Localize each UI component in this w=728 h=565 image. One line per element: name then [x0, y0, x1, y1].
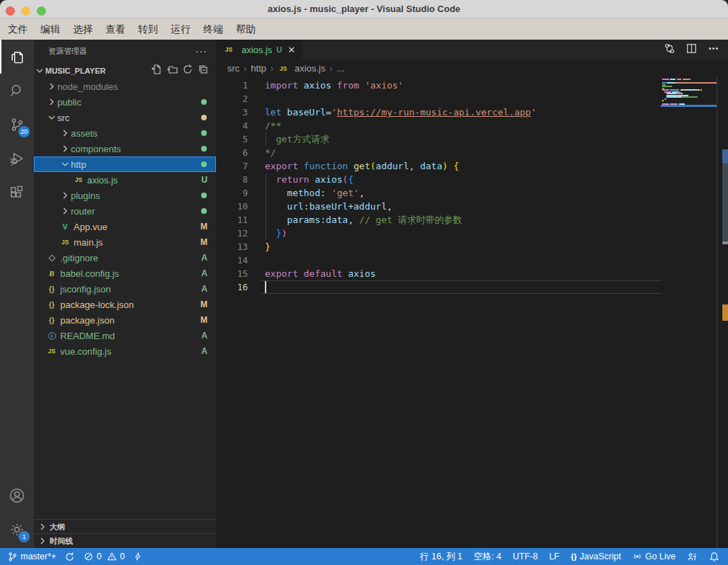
- minimap[interactable]: [662, 79, 717, 107]
- code-line-14[interactable]: 14: [216, 253, 662, 267]
- tree-item-label: components: [71, 144, 121, 154]
- tree-item-router[interactable]: router: [34, 203, 216, 219]
- tree-item-plugins[interactable]: plugins: [34, 188, 216, 203]
- explorer-icon[interactable]: [0, 40, 34, 74]
- line-number: 4: [216, 119, 248, 132]
- code-line-4[interactable]: 4/**: [216, 119, 662, 132]
- tab-close-icon[interactable]: ✕: [288, 45, 295, 55]
- tree-item-.gitignore[interactable]: .gitignoreA: [34, 250, 216, 266]
- code-line-6[interactable]: 6*/: [216, 146, 662, 159]
- vscode-window: axios.js - music_player - Visual Studio …: [0, 0, 728, 565]
- lightning-icon[interactable]: [133, 552, 142, 561]
- code-editor[interactable]: 1import axios from 'axios'23let baseUrl=…: [216, 77, 662, 548]
- breadcrumb-item-3[interactable]: ...: [336, 63, 344, 74]
- run-debug-icon[interactable]: [0, 142, 34, 176]
- tree-item-label: jsconfig.json: [60, 284, 111, 295]
- breadcrumb-item-0[interactable]: src: [227, 63, 239, 74]
- breadcrumb-item-2[interactable]: axios.js: [295, 63, 325, 74]
- tree-item-babel.config.js[interactable]: Bbabel.config.jsA: [34, 266, 216, 281]
- menu-item-1[interactable]: 编辑: [34, 18, 67, 40]
- code-line-7[interactable]: 7export function get(addurl, data) {: [216, 159, 662, 173]
- timeline-panel-label: 时间线: [50, 536, 73, 547]
- problems-status[interactable]: 0 0: [84, 552, 125, 561]
- cursor-position[interactable]: 行 16, 列 1: [420, 551, 462, 563]
- tree-item-components[interactable]: components: [34, 141, 216, 156]
- explorer-header: 资源管理器 ···: [34, 40, 216, 62]
- code-line-1[interactable]: 1import axios from 'axios': [216, 79, 662, 92]
- feedback-icon[interactable]: [687, 552, 698, 562]
- code-line-2[interactable]: 2: [216, 92, 662, 105]
- tree-item-src[interactable]: src: [34, 110, 216, 125]
- menu-item-3[interactable]: 查看: [99, 18, 132, 40]
- code-line-15[interactable]: 15export default axios: [216, 267, 662, 280]
- tree-item-http[interactable]: http: [34, 156, 216, 172]
- tree-item-README.md[interactable]: iREADME.mdA: [34, 328, 216, 343]
- code-line-9[interactable]: 9 method: 'get',: [216, 186, 662, 200]
- scrollbar-track[interactable]: [717, 77, 717, 548]
- menu-item-6[interactable]: 终端: [197, 18, 229, 40]
- extensions-icon[interactable]: [0, 176, 34, 210]
- tree-item-node_modules[interactable]: node_modules: [34, 79, 216, 94]
- breadcrumb-item-1[interactable]: http: [251, 63, 266, 74]
- tree-item-App.vue[interactable]: VApp.vueM: [34, 219, 216, 234]
- code-line-11[interactable]: 11 params:data, // get 请求时带的参数: [216, 213, 662, 227]
- code-line-3[interactable]: 3let baseUrl='https://my-run-music-api.v…: [216, 105, 662, 119]
- menu-item-0[interactable]: 文件: [1, 18, 34, 40]
- tree-item-public[interactable]: public: [34, 94, 216, 110]
- code-text: */: [248, 146, 276, 159]
- go-live[interactable]: Go Live: [632, 552, 676, 561]
- tab-axios-js[interactable]: JS axios.js U ✕: [216, 40, 302, 59]
- line-number: 2: [216, 92, 248, 105]
- menu-item-4[interactable]: 转到: [132, 18, 164, 40]
- git-branch-status[interactable]: master*+: [7, 552, 56, 562]
- new-file-icon[interactable]: [151, 64, 162, 78]
- code-line-13[interactable]: 13}: [216, 240, 662, 253]
- tree-item-main.js[interactable]: JSmain.jsM: [34, 234, 216, 250]
- encoding[interactable]: UTF-8: [513, 552, 538, 561]
- settings-gear-icon[interactable]: 1: [0, 513, 34, 547]
- timeline-panel-header[interactable]: 时间线: [34, 533, 216, 548]
- vue-file-icon: V: [59, 221, 71, 232]
- indentation[interactable]: 空格: 4: [474, 551, 501, 563]
- code-line-16[interactable]: 16: [216, 280, 662, 294]
- tree-item-jsconfig.json[interactable]: {}jsconfig.jsonA: [34, 281, 216, 297]
- more-actions-icon[interactable]: [707, 42, 720, 57]
- language-mode[interactable]: {} JavaScript: [571, 552, 621, 561]
- js-file-icon: JS: [46, 346, 57, 357]
- sync-changes-icon[interactable]: [64, 552, 75, 562]
- tree-item-vue.config.js[interactable]: JSvue.config.jsA: [34, 343, 216, 359]
- menu-item-5[interactable]: 运行: [164, 18, 197, 40]
- account-icon[interactable]: [0, 479, 34, 513]
- tree-item-axios.js[interactable]: JSaxios.jsU: [34, 172, 216, 188]
- tree-item-assets[interactable]: assets: [34, 125, 216, 141]
- code-line-5[interactable]: 5 get方式请求: [216, 132, 662, 146]
- tree-item-label: public: [57, 97, 81, 108]
- branch-name: master*+: [21, 552, 56, 561]
- minimap-slider[interactable]: [661, 105, 717, 107]
- git-status-dot: [201, 146, 207, 152]
- open-changes-icon[interactable]: [664, 42, 676, 57]
- menu-item-2[interactable]: 选择: [67, 18, 99, 40]
- split-editor-icon[interactable]: [686, 42, 698, 57]
- source-control-icon[interactable]: 20: [0, 108, 34, 142]
- git-status-dot: [201, 161, 207, 167]
- end-of-line[interactable]: LF: [549, 552, 559, 561]
- code-line-12[interactable]: 12 }): [216, 227, 662, 240]
- outline-panel-header[interactable]: 大纲: [34, 519, 216, 534]
- code-line-10[interactable]: 10 url:baseUrl+addurl,: [216, 200, 662, 213]
- new-folder-icon[interactable]: [166, 64, 178, 78]
- collapse-folders-icon[interactable]: [198, 64, 209, 78]
- tree-item-label: .gitignore: [60, 253, 98, 263]
- tree-item-package.json[interactable]: {}package.jsonM: [34, 312, 216, 328]
- git-status-dot: [201, 99, 207, 105]
- project-section-header[interactable]: MUSIC_PLAYER: [34, 63, 216, 79]
- menu-item-7[interactable]: 帮助: [229, 18, 262, 40]
- tree-item-package-lock.json[interactable]: {}package-lock.jsonM: [34, 297, 216, 312]
- line-number: 5: [216, 132, 248, 146]
- explorer-more-actions-icon[interactable]: ···: [195, 45, 207, 57]
- refresh-icon[interactable]: [182, 64, 193, 78]
- line-number: 11: [216, 213, 248, 227]
- search-icon[interactable]: [0, 74, 34, 108]
- notifications-bell-icon[interactable]: [709, 552, 720, 562]
- code-line-8[interactable]: 8 return axios({: [216, 173, 662, 186]
